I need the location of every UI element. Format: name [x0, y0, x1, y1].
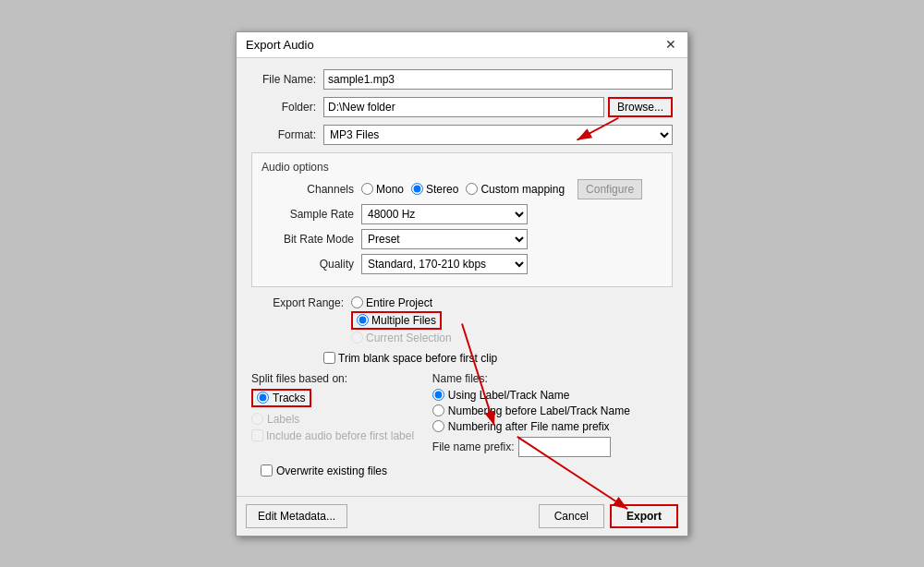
current-selection-label: Current Selection: [366, 332, 452, 344]
using-label-radio[interactable]: [432, 389, 444, 401]
trim-label: Trim blank space before first clip: [338, 352, 497, 365]
numbering-before-radio[interactable]: [432, 404, 444, 416]
bottom-right-buttons: Cancel Export: [539, 504, 678, 528]
file-name-row: File Name:: [251, 69, 673, 90]
entire-project-radio[interactable]: [351, 296, 363, 308]
include-audio-label: Include audio before first label: [266, 429, 414, 442]
include-audio-checkbox[interactable]: [251, 429, 263, 441]
file-name-label: File Name:: [251, 73, 316, 86]
quality-select[interactable]: Standard, 170-210 kbps Medium, 145-185 k…: [361, 254, 528, 274]
mono-radio[interactable]: [361, 183, 373, 195]
trim-checkbox[interactable]: [323, 352, 335, 364]
labels-label: Labels: [267, 413, 299, 426]
file-prefix-label: File name prefix:: [432, 440, 515, 453]
folder-label: Folder:: [251, 101, 316, 114]
multiple-files-label: Multiple Files: [371, 314, 436, 327]
channels-row: Channels Mono Stereo Custom mapping Conf…: [261, 179, 663, 199]
bottom-bar: Edit Metadata... Cancel Export: [237, 496, 687, 536]
channels-group: Mono Stereo Custom mapping Configure: [361, 179, 642, 199]
current-selection-radio[interactable]: [351, 332, 363, 344]
file-prefix-input[interactable]: [518, 437, 611, 457]
numbering-after-label: Numbering after File name prefix: [448, 420, 610, 433]
mono-label: Mono: [376, 183, 404, 196]
bit-rate-select[interactable]: Preset Variable Average Constant: [361, 229, 528, 249]
folder-input[interactable]: [323, 97, 604, 117]
custom-mapping-label: Custom mapping: [480, 183, 565, 196]
multiple-files-row: Multiple Files: [351, 311, 673, 330]
include-audio-option[interactable]: Include audio before first label: [251, 429, 423, 442]
split-files-column: Split files based on: Tracks Labels Incl…: [251, 372, 432, 457]
channels-label: Channels: [261, 183, 354, 196]
numbering-after-radio[interactable]: [432, 420, 444, 432]
split-files-title: Split files based on:: [251, 372, 423, 385]
quality-row: Quality Standard, 170-210 kbps Medium, 1…: [261, 254, 663, 274]
dialog-body: File Name: Folder: Browse... Format: MP3…: [237, 58, 687, 496]
audio-options-section: Audio options Channels Mono Stereo Custo…: [251, 152, 673, 287]
format-label: Format:: [251, 128, 316, 141]
include-audio-row: Include audio before first label: [251, 429, 423, 442]
browse-button[interactable]: Browse...: [608, 97, 673, 117]
export-audio-dialog: Export Audio ✕ File Name: Folder: Browse…: [236, 31, 688, 537]
bit-rate-row: Bit Rate Mode Preset Variable Average Co…: [261, 229, 663, 249]
export-range-group: Entire Project: [351, 296, 432, 309]
mono-option[interactable]: Mono: [361, 183, 404, 196]
overwrite-label: Overwrite existing files: [276, 464, 387, 477]
name-files-column: Name files: Using Label/Track Name Numbe…: [432, 372, 673, 457]
export-range-section: Export Range: Entire Project Multiple Fi…: [251, 296, 673, 344]
multiple-files-option[interactable]: Multiple Files: [351, 311, 442, 330]
current-selection-option[interactable]: Current Selection: [351, 332, 452, 344]
stereo-option[interactable]: Stereo: [411, 183, 458, 196]
tracks-label: Tracks: [273, 392, 306, 404]
tracks-option[interactable]: Tracks: [251, 389, 311, 407]
split-name-section: Split files based on: Tracks Labels Incl…: [251, 372, 673, 457]
close-button[interactable]: ✕: [663, 38, 678, 51]
export-range-label: Export Range:: [251, 296, 344, 309]
custom-mapping-radio[interactable]: [466, 183, 478, 195]
numbering-after-option[interactable]: Numbering after File name prefix: [432, 420, 673, 433]
bit-rate-label: Bit Rate Mode: [261, 233, 354, 246]
file-name-input[interactable]: [323, 69, 673, 90]
labels-radio[interactable]: [251, 413, 263, 425]
title-bar: Export Audio ✕: [237, 32, 687, 58]
configure-button[interactable]: Configure: [578, 179, 642, 199]
overwrite-checkbox[interactable]: [261, 464, 273, 477]
multiple-files-radio[interactable]: [357, 314, 369, 326]
edit-metadata-button[interactable]: Edit Metadata...: [246, 504, 347, 528]
export-range-row: Export Range: Entire Project: [251, 296, 673, 309]
audio-options-title: Audio options: [261, 161, 663, 174]
numbering-before-option[interactable]: Numbering before Label/Track Name: [432, 404, 673, 417]
export-button[interactable]: Export: [610, 504, 678, 528]
cancel-button[interactable]: Cancel: [539, 504, 604, 528]
dialog-title: Export Audio: [246, 38, 314, 52]
stereo-label: Stereo: [426, 183, 458, 196]
numbering-before-label: Numbering before Label/Track Name: [448, 404, 630, 417]
entire-project-option[interactable]: Entire Project: [351, 296, 432, 309]
sample-rate-label: Sample Rate: [261, 208, 354, 221]
trim-checkbox-option[interactable]: Trim blank space before first clip: [323, 352, 497, 365]
quality-label: Quality: [261, 258, 354, 271]
format-select[interactable]: MP3 Files WAV Files OGG Files FLAC Files: [323, 125, 673, 145]
labels-option[interactable]: Labels: [251, 413, 423, 426]
format-row: Format: MP3 Files WAV Files OGG Files FL…: [251, 125, 673, 145]
overwrite-row: Overwrite existing files: [261, 464, 673, 477]
custom-mapping-option[interactable]: Custom mapping: [466, 183, 565, 196]
sample-rate-select[interactable]: 48000 Hz 44100 Hz 22050 Hz: [361, 204, 528, 224]
trim-row: Trim blank space before first clip: [323, 352, 673, 365]
sample-rate-row: Sample Rate 48000 Hz 44100 Hz 22050 Hz: [261, 204, 663, 224]
using-label-label: Using Label/Track Name: [448, 389, 570, 402]
stereo-radio[interactable]: [411, 183, 423, 195]
tracks-radio[interactable]: [257, 392, 269, 404]
folder-row: Folder: Browse...: [251, 97, 673, 117]
file-prefix-row: File name prefix:: [432, 437, 673, 457]
using-label-track-option[interactable]: Using Label/Track Name: [432, 389, 673, 402]
name-files-title: Name files:: [432, 372, 673, 385]
current-selection-row: Current Selection: [351, 332, 673, 344]
entire-project-label: Entire Project: [366, 296, 432, 309]
